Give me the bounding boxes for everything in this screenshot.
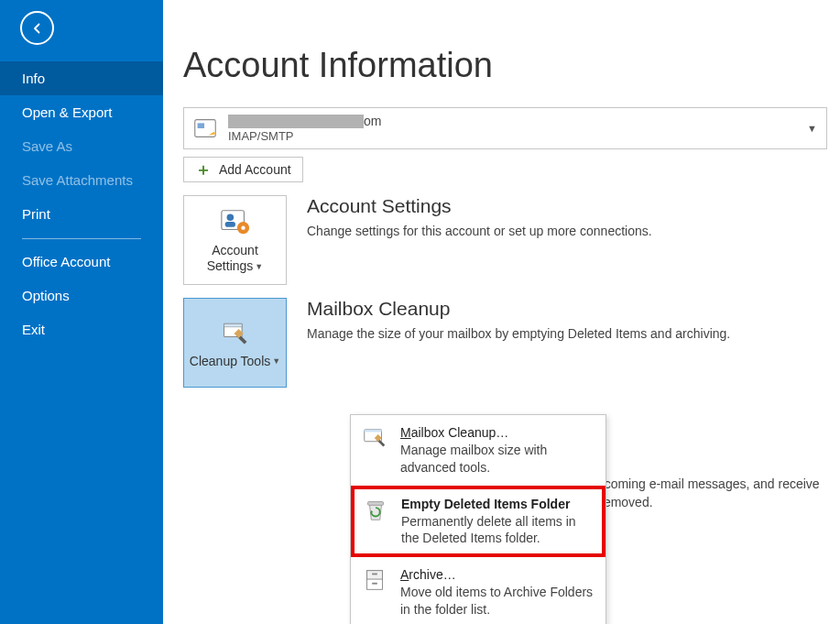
svg-rect-1 [198, 123, 205, 128]
nav-exit[interactable]: Exit [0, 312, 163, 346]
account-card-icon [191, 115, 219, 142]
svg-rect-17 [372, 583, 377, 585]
back-button[interactable] [20, 11, 54, 45]
mailbox-cleanup-desc: Manage the size of your mailbox by empty… [307, 325, 730, 344]
menu-item-archive[interactable]: Archive… Move old items to Archive Folde… [351, 557, 605, 624]
add-account-label: Add Account [219, 162, 291, 177]
page-title: Account Information [183, 46, 827, 85]
nav-open-export[interactable]: Open & Export [0, 95, 163, 129]
nav-office-account[interactable]: Office Account [0, 245, 163, 279]
mailbox-cleanup-heading: Mailbox Cleanup [307, 298, 730, 320]
menu-item-mailbox-cleanup[interactable]: Mailbox Cleanup… Manage mailbox size wit… [351, 415, 605, 486]
backstage-sidebar: Info Open & Export Save As Save Attachme… [0, 0, 163, 624]
cleanup-tools-label: Cleanup Tools [190, 354, 270, 368]
chevron-down-icon: ▼ [272, 356, 280, 366]
account-settings-icon [213, 206, 257, 239]
cleanup-tools-menu: Mailbox Cleanup… Manage mailbox size wit… [350, 414, 606, 624]
account-selector[interactable]: om IMAP/SMTP ▼ [183, 107, 827, 149]
nav-separator [22, 238, 141, 239]
svg-rect-8 [224, 323, 242, 327]
nav-print[interactable]: Print [0, 197, 163, 231]
svg-rect-16 [372, 574, 377, 575]
account-settings-heading: Account Settings [307, 195, 652, 217]
nav-options[interactable]: Options [0, 279, 163, 312]
archive-cabinet-icon [360, 566, 389, 596]
cleanup-tools-button[interactable]: Cleanup Tools▼ [183, 298, 287, 388]
plus-icon: ＋ [195, 163, 212, 176]
menu-item-empty-deleted[interactable]: Empty Deleted Items Folder Permanently d… [351, 486, 605, 558]
svg-rect-4 [224, 222, 235, 227]
svg-point-3 [226, 214, 234, 222]
arrow-left-icon [29, 20, 46, 37]
nav-save-as: Save As [0, 129, 163, 163]
nav-save-attachments: Save Attachments [0, 163, 163, 197]
main-panel: Account Information om IMAP/SMTP ▼ ＋ Add… [163, 0, 840, 624]
trash-recycle-icon [361, 496, 390, 525]
nav-info[interactable]: Info [0, 61, 163, 95]
chevron-down-icon: ▼ [807, 123, 817, 134]
svg-point-6 [241, 226, 245, 230]
account-settings-label: Account Settings [207, 243, 258, 273]
account-email-suffix: om [364, 114, 381, 128]
chevron-down-icon: ▼ [255, 262, 263, 271]
svg-rect-13 [368, 501, 384, 505]
account-settings-button[interactable]: Account Settings▼ [183, 195, 287, 285]
account-settings-desc: Change settings for this account or set … [307, 223, 652, 241]
account-email-redacted [228, 115, 364, 128]
add-account-button[interactable]: ＋ Add Account [183, 157, 303, 182]
svg-rect-11 [365, 430, 382, 432]
account-type: IMAP/SMTP [228, 129, 381, 143]
mailbox-cleanup-icon [360, 424, 389, 454]
cleanup-tools-icon [213, 317, 257, 350]
